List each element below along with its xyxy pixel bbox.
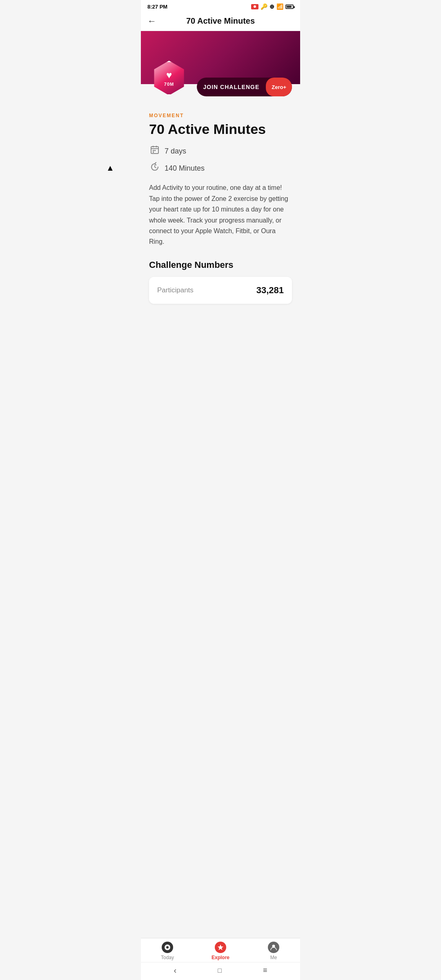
svg-rect-5 [154, 150, 156, 151]
join-button-badge: Zero+ [266, 78, 292, 96]
join-challenge-button[interactable]: JOIN CHALLENGE Zero+ [197, 78, 292, 96]
participants-row: Participants 33,281 [157, 277, 284, 304]
wifi-icon: 📶 [276, 3, 283, 10]
hero-banner: ♥ 70M JOIN CHALLENGE Zero+ [141, 31, 300, 84]
page-title: 70 Active Minutes [186, 16, 255, 26]
key-icon: 🔑 [261, 3, 267, 10]
status-left: 8:27 PM [147, 4, 167, 10]
participants-label: Participants [157, 286, 194, 294]
cycle-icon [149, 162, 160, 174]
heart-icon: ♥ [166, 69, 172, 81]
status-bar: 8:27 PM 🔑 ⊕ 📶 [141, 0, 300, 11]
challenge-badge: ♥ 70M [151, 60, 187, 96]
badge-label: 70M [164, 82, 174, 87]
challenge-numbers-title: Challenge Numbers [149, 260, 292, 270]
badge: ♥ 70M [151, 60, 187, 96]
challenge-title: 70 Active Minutes [149, 122, 292, 137]
badge-hex: ♥ 70M [152, 61, 187, 96]
bluetooth-icon: ⊕ [270, 3, 274, 10]
duration-text: 7 days [165, 147, 186, 156]
nav-bar: ← 70 Active Minutes [141, 11, 300, 31]
svg-rect-6 [153, 151, 154, 153]
back-button[interactable]: ← [147, 16, 156, 27]
bottom-spacer [141, 312, 300, 361]
battery-icon [285, 4, 294, 9]
minutes-row: 140 Minutes [149, 162, 292, 174]
calendar-icon [149, 145, 160, 157]
record-icon [251, 4, 258, 9]
time: 8:27 PM [147, 4, 167, 10]
participants-value: 33,281 [256, 285, 284, 296]
challenge-description: Add Activity to your routine, one day at… [149, 183, 292, 247]
join-button-container: JOIN CHALLENGE Zero+ [197, 78, 292, 96]
category-label: MOVEMENT [149, 113, 292, 118]
join-button-text: JOIN CHALLENGE [197, 84, 266, 90]
svg-rect-4 [153, 150, 154, 151]
minutes-text: 140 Minutes [165, 164, 205, 173]
duration-row: 7 days [149, 145, 292, 157]
main-content: MOVEMENT 70 Active Minutes 7 days [141, 84, 300, 312]
status-right: 🔑 ⊕ 📶 [251, 3, 294, 10]
stats-card: Participants 33,281 [149, 277, 292, 304]
